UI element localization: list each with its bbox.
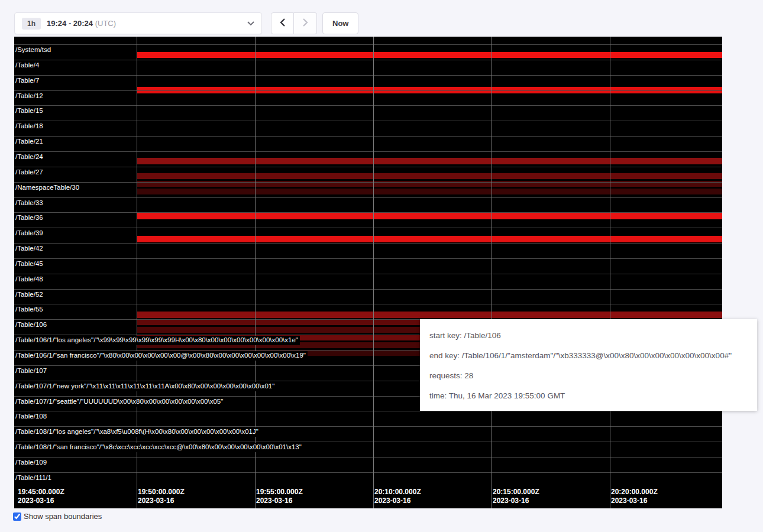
time-window-nav xyxy=(271,12,317,34)
timezone-label: (UTC) xyxy=(95,19,116,28)
heatmap-band[interactable] xyxy=(137,213,722,219)
row-label: /Table/12 xyxy=(14,92,45,101)
column-divider-line xyxy=(373,37,374,508)
x-axis-label: 19:50:00.000Z2023-03-16 xyxy=(138,488,185,505)
row-label: /Table/52 xyxy=(14,290,45,300)
heatmap-band[interactable] xyxy=(137,236,722,242)
row-divider-line xyxy=(14,136,722,137)
row-label: /Table/108 xyxy=(14,412,49,421)
row-divider-line xyxy=(14,75,722,76)
heatmap-band[interactable] xyxy=(137,52,722,58)
row-label: /Table/42 xyxy=(14,244,45,254)
row-label: /Table/107/1/"new york"/"\x11\x11\x11\x1… xyxy=(14,382,276,391)
row-label: /Table/48 xyxy=(14,275,45,284)
row-label: /Table/107/1/"seattle"/"UUUUUUD\x00\x80\… xyxy=(14,397,225,407)
x-axis-label: 20:10:00.000Z2023-03-16 xyxy=(374,488,421,505)
row-divider-line xyxy=(14,258,722,259)
row-divider-line xyxy=(14,411,722,411)
chevron-right-icon xyxy=(303,18,308,28)
row-divider-line xyxy=(14,274,722,274)
row-label: /Table/24 xyxy=(14,153,45,162)
row-label: /NamespaceTable/30 xyxy=(14,183,81,193)
row-label: /Table/108/1/"los angeles"/"\xa8\xf5\u00… xyxy=(14,427,260,437)
row-label: /Table/111/1 xyxy=(14,473,53,483)
row-divider-line xyxy=(14,90,722,91)
row-label: /Table/7 xyxy=(14,76,41,86)
row-label: /Table/15 xyxy=(14,106,45,116)
tooltip-requests: requests: 28 xyxy=(420,365,757,385)
row-label: /Table/107 xyxy=(14,366,49,376)
row-label: /Table/33 xyxy=(14,199,45,208)
row-divider-line xyxy=(14,212,722,213)
row-divider-line xyxy=(14,442,722,442)
heatmap-band[interactable] xyxy=(137,189,722,194)
tooltip-start-key: start key: /Table/106 xyxy=(420,325,757,345)
x-axis-label: 19:45:00.000Z2023-03-16 xyxy=(18,488,64,505)
row-divider-line xyxy=(14,304,722,304)
row-label: /Table/21 xyxy=(14,137,45,147)
row-label: /Table/55 xyxy=(14,305,45,314)
row-divider-line xyxy=(14,121,722,121)
x-axis-label: 20:20:00.000Z2023-03-16 xyxy=(611,488,658,505)
row-label: /Table/36 xyxy=(14,213,45,223)
row-label: /Table/106 xyxy=(14,320,49,330)
time-range-label: 19:24 - 20:24 (UTC) xyxy=(47,19,116,28)
x-axis-label: 20:15:00.000Z2023-03-16 xyxy=(493,488,539,505)
row-divider-line xyxy=(14,60,722,60)
column-divider-line xyxy=(610,37,610,508)
row-divider-line xyxy=(14,197,722,198)
time-range-selector[interactable]: 1h 19:24 - 20:24 (UTC) xyxy=(14,12,262,34)
row-divider-line xyxy=(14,472,722,473)
heatmap-band[interactable] xyxy=(137,173,722,179)
row-label: /Table/106/1/"san francisco"/"\x80\x00\x… xyxy=(14,351,308,361)
row-divider-line xyxy=(14,167,722,167)
row-label: /System/tsd xyxy=(14,46,53,55)
row-label: /Table/4 xyxy=(14,61,41,70)
row-divider-line xyxy=(14,457,722,458)
keyvis-tooltip: start key: /Table/106 end key: /Table/10… xyxy=(420,319,757,411)
row-divider-line xyxy=(14,151,722,152)
heatmap-band[interactable] xyxy=(137,312,722,318)
tooltip-end-key: end key: /Table/106/1/"amsterdam"/"\xb33… xyxy=(420,345,757,365)
row-label: /Table/45 xyxy=(14,259,45,269)
tooltip-time: time: Thu, 16 Mar 2023 19:55:00 GMT xyxy=(420,385,757,406)
time-range-value: 19:24 - 20:24 xyxy=(47,19,93,28)
row-divider-line xyxy=(14,243,722,244)
column-divider-line xyxy=(137,37,137,508)
row-divider-line xyxy=(14,426,722,427)
key-visualizer-canvas[interactable]: /System/tsd/Table/4/Table/7/Table/12/Tab… xyxy=(14,37,722,508)
row-divider-line xyxy=(14,182,722,183)
now-button[interactable]: Now xyxy=(322,12,358,34)
row-label: /Table/18 xyxy=(14,122,45,131)
chevron-left-icon xyxy=(280,18,285,28)
column-divider-line xyxy=(255,37,256,508)
row-label: /Table/27 xyxy=(14,168,45,177)
x-axis-label: 19:55:00.000Z2023-03-16 xyxy=(256,488,303,505)
show-span-boundaries: Show span boundaries xyxy=(13,512,102,521)
row-label: /Table/109 xyxy=(14,458,49,468)
row-label: /Table/108/1/"san francisco"/"\x8c\xcc\x… xyxy=(14,443,303,452)
show-span-boundaries-label: Show span boundaries xyxy=(24,512,102,521)
heatmap-band[interactable] xyxy=(137,158,722,164)
row-divider-line xyxy=(14,228,722,228)
row-label: /Table/39 xyxy=(14,229,45,238)
column-divider-line xyxy=(492,37,492,508)
row-divider-line xyxy=(14,44,722,45)
row-divider-line xyxy=(14,289,722,290)
show-span-boundaries-checkbox[interactable] xyxy=(13,512,21,521)
chevron-down-icon xyxy=(247,21,254,26)
duration-badge: 1h xyxy=(22,18,41,30)
row-label: /Table/106/1/"los angeles"/"\x99\x99\x99… xyxy=(14,336,300,345)
row-divider-line xyxy=(14,105,722,106)
next-window-button[interactable] xyxy=(294,12,317,34)
previous-window-button[interactable] xyxy=(271,12,294,34)
